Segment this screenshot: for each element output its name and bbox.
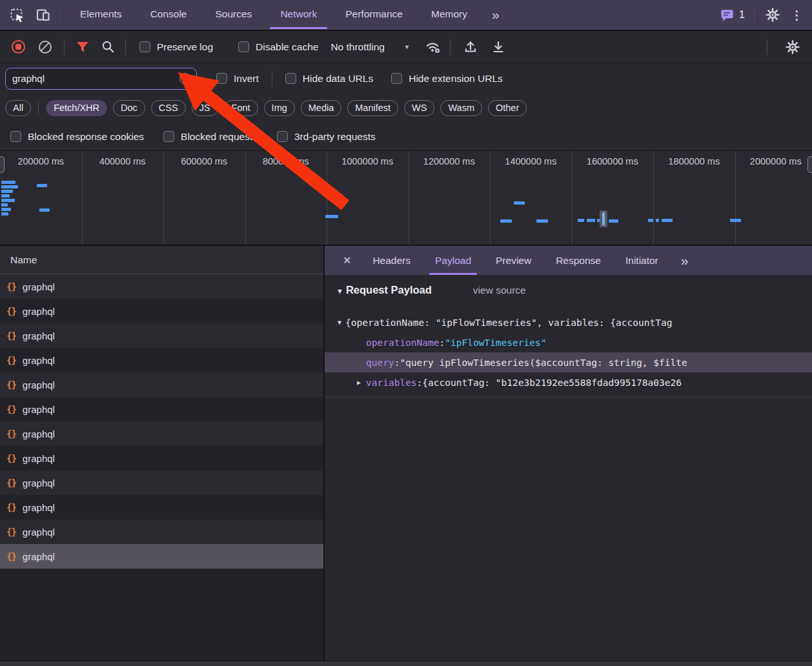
overview-gridline (490, 151, 491, 245)
request-row[interactable]: {}graphql (0, 372, 323, 397)
tab-console[interactable]: Console (136, 0, 201, 29)
overview-activity-bar (1, 185, 18, 188)
import-har-icon[interactable] (463, 39, 478, 55)
payload-root-row[interactable]: ▼ {operationName: "ipFlowTimeseries", va… (325, 312, 812, 332)
type-chip-manifest[interactable]: Manifest (347, 100, 398, 116)
network-filter-input-box[interactable]: ✕ (5, 68, 197, 90)
inspect-element-icon[interactable] (9, 7, 25, 23)
network-settings-gear-icon[interactable] (785, 39, 800, 55)
tab-network[interactable]: Network (266, 0, 331, 29)
toolbar-divider-2 (125, 39, 126, 55)
tab-memory[interactable]: Memory (417, 0, 482, 29)
record-network-log-button[interactable] (12, 40, 25, 54)
request-type-chips: AllFetch/XHRDocCSSJSFontImgMediaManifest… (0, 94, 812, 123)
device-toolbar-icon[interactable] (36, 7, 51, 23)
type-chip-media[interactable]: Media (301, 100, 342, 116)
fetch-xhr-icon: {} (6, 281, 16, 292)
overview-right-handle[interactable] (807, 156, 812, 173)
blocked-requests-checkbox[interactable] (163, 131, 174, 142)
more-tabs-chevron-icon[interactable]: » (482, 7, 510, 23)
network-filter-input[interactable] (12, 73, 179, 84)
detail-more-tabs-chevron-icon[interactable]: » (671, 253, 699, 268)
overview-left-handle[interactable] (0, 156, 5, 173)
overview-activity-bar (1, 194, 10, 197)
export-har-icon[interactable] (491, 39, 506, 55)
expand-triangle-icon[interactable]: ▶ (357, 379, 361, 386)
type-chip-ws[interactable]: WS (404, 100, 434, 116)
type-chip-css[interactable]: CSS (151, 100, 186, 116)
query-row-selected[interactable]: query: "query ipFlowTimeseries($accountT… (325, 352, 812, 372)
overview-activity-bar (514, 201, 525, 205)
view-source-link[interactable]: view source (473, 285, 526, 296)
request-row[interactable]: {}graphql (0, 299, 323, 323)
type-chip-fetch-xhr[interactable]: Fetch/XHR (46, 100, 107, 116)
tab-elements[interactable]: Elements (66, 0, 136, 29)
request-row[interactable]: {}graphql (0, 470, 323, 495)
close-icon[interactable]: ✕ (331, 254, 360, 267)
throttling-dropdown[interactable]: No throttling ▼ (330, 41, 410, 53)
request-name: graphql (23, 502, 55, 513)
detail-tab-preview[interactable]: Preview (483, 246, 543, 275)
settings-gear-icon[interactable] (765, 7, 780, 23)
request-row[interactable]: {}graphql (0, 544, 323, 569)
hide-data-urls-checkbox[interactable] (285, 73, 296, 84)
type-chip-other[interactable]: Other (488, 100, 527, 116)
overview-activity-bar (578, 219, 584, 222)
search-icon[interactable] (101, 39, 116, 54)
collapse-triangle-icon[interactable]: ▼ (338, 319, 341, 326)
request-row[interactable]: {}graphql (0, 520, 323, 544)
detail-tab-payload[interactable]: Payload (423, 246, 483, 275)
bottom-strip (0, 661, 812, 666)
issues-icon[interactable] (720, 8, 735, 23)
disable-cache-checkbox[interactable] (238, 41, 249, 52)
clear-filter-icon[interactable]: ✕ (179, 73, 191, 85)
overview-tick-label: 1800000 ms (655, 156, 733, 166)
detail-tab-initiator[interactable]: Initiator (613, 246, 671, 275)
request-name: graphql (23, 306, 55, 317)
request-row[interactable]: {}graphql (0, 397, 323, 421)
variables-row[interactable]: ▶ variables: {accountTag: "b12e3b2192ee5… (325, 372, 812, 392)
request-name: graphql (23, 379, 55, 390)
overview-timeline[interactable]: 200000 ms400000 ms600000 ms800000 ms1000… (0, 151, 812, 246)
overview-activity-bar (39, 208, 50, 212)
hide-extension-urls-checkbox[interactable] (391, 73, 402, 84)
request-row[interactable]: {}graphql (0, 323, 323, 348)
type-chip-img[interactable]: Img (264, 100, 295, 116)
overview-activity-bar (1, 181, 15, 184)
request-row[interactable]: {}graphql (0, 421, 323, 446)
request-name: graphql (23, 355, 55, 366)
tab-sources[interactable]: Sources (201, 0, 267, 29)
request-row[interactable]: {}graphql (0, 446, 323, 470)
fetch-xhr-icon: {} (6, 551, 16, 561)
type-chip-wasm[interactable]: Wasm (440, 100, 482, 116)
overview-activity-bar (609, 219, 618, 223)
detail-tab-response[interactable]: Response (543, 246, 613, 275)
type-chip-all[interactable]: All (5, 100, 31, 116)
type-chip-doc[interactable]: Doc (113, 100, 145, 116)
network-conditions-icon[interactable] (425, 39, 442, 55)
request-row[interactable]: {}graphql (0, 274, 323, 299)
type-chip-js[interactable]: JS (192, 100, 218, 116)
detail-tab-headers[interactable]: Headers (360, 246, 423, 275)
request-row[interactable]: {}graphql (0, 348, 323, 372)
tab-performance[interactable]: Performance (331, 0, 417, 29)
preserve-log-label: Preserve log (157, 41, 213, 53)
third-party-requests-checkbox[interactable] (277, 131, 288, 142)
type-chip-font[interactable]: Font (224, 100, 258, 116)
kebab-menu-icon[interactable]: ⋮ (791, 8, 803, 23)
overview-tick-label: 200000 ms (2, 156, 79, 166)
request-row[interactable]: {}graphql (0, 495, 323, 520)
fetch-xhr-icon: {} (6, 478, 16, 488)
preserve-log-checkbox[interactable] (139, 41, 150, 52)
invert-checkbox[interactable] (216, 73, 227, 84)
clear-network-log-button[interactable] (39, 41, 52, 54)
operation-name-row[interactable]: operationName: "ipFlowTimeseries" (325, 332, 812, 352)
blocked-response-cookies-checkbox[interactable] (10, 131, 21, 142)
payload-pane: ▼ Request Payload view source ▼ {operati… (325, 275, 812, 661)
name-column-header[interactable]: Name (0, 246, 323, 274)
overview-tick-label: 600000 ms (165, 156, 243, 166)
filter-funnel-icon[interactable] (76, 40, 90, 54)
panel-tabs: ElementsConsoleSourcesNetworkPerformance… (66, 0, 482, 30)
section-collapse-icon[interactable]: ▼ (336, 287, 343, 295)
request-name: graphql (23, 527, 55, 538)
